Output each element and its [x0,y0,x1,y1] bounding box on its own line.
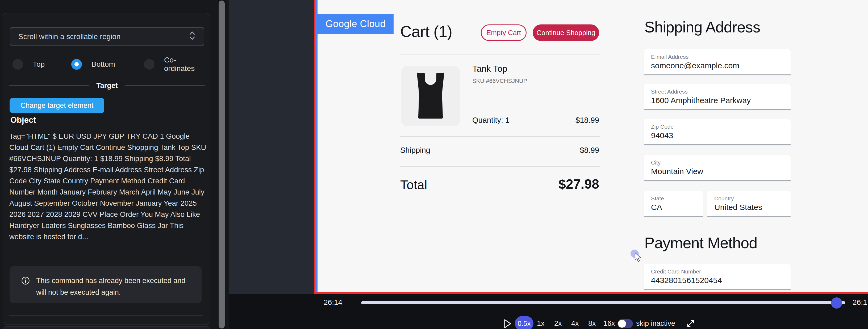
city-field[interactable]: City Mountain View [644,155,790,181]
city-field-value: Mountain View [651,167,703,176]
radio-top[interactable]: Top [12,54,45,75]
skip-inactive-label: skip inactive [636,320,675,328]
cart-title: Cart (1) [400,22,452,41]
viewport-gutter [229,0,314,294]
radio-top-label: Top [33,60,45,69]
city-field-label: City [651,160,660,166]
radio-circle-icon [144,59,155,70]
shipping-address-heading: Shipping Address [644,18,760,36]
app-window: Scroll within a scrollable region Top Bo… [0,0,868,329]
state-field-value: CA [651,203,662,212]
seek-thumb[interactable] [831,297,842,308]
speed-4x-button[interactable]: 4x [571,320,579,328]
object-heading: Object [10,116,36,125]
zip-code-field[interactable]: Zip Code 94043 [644,119,790,145]
target-section-label: Target [96,81,118,90]
email-field-label: E-mail Address [651,54,688,60]
product-sku: SKU #66VCHSJNUP [472,77,527,85]
zip-field-label: Zip Code [651,124,674,130]
credit-card-number-field[interactable]: Credit Card Number 4432801561520454 [644,264,790,290]
chevron-up-down-icon [189,30,196,43]
radio-bottom-label: Bottom [91,60,115,69]
street-address-field[interactable]: Street Address 1600 Amphitheatre Parkway [644,84,790,110]
fullscreen-icon[interactable] [686,318,696,328]
state-field-label: State [651,195,664,202]
radio-bottom[interactable]: Bottom [71,54,115,75]
seek-track[interactable] [361,301,845,304]
email-field[interactable]: E-mail Address someone@example.com [644,49,790,75]
shipping-row-label: Shipping [400,146,430,155]
command-detail-panel: Scroll within a scrollable region Top Bo… [3,13,210,325]
speed-8x-button[interactable]: 8x [588,320,596,328]
empty-cart-button[interactable]: Empty Cart [481,25,527,41]
info-icon [21,276,30,286]
country-field[interactable]: Country United States [707,191,790,217]
current-time: 26:14 [323,298,342,307]
command-sidebar: Scroll within a scrollable region Top Bo… [0,0,229,329]
skip-inactive-toggle[interactable] [618,319,633,328]
product-image [401,66,460,126]
cart-divider [400,166,600,167]
change-target-button[interactable]: Change target element [9,98,104,113]
site-logo[interactable]: Google Cloud [317,14,394,34]
shipping-row-price: $8.99 [546,146,599,155]
sidebar-scrollbar [218,0,225,329]
cart-divider [400,54,600,55]
radio-coordinates[interactable]: Co-ordinates [144,54,204,75]
end-time: 26:1 [852,298,868,307]
speed-16x-button[interactable]: 16x [603,320,615,328]
cart-divider [400,136,600,137]
target-section-divider: Target [9,80,205,91]
mouse-cursor-icon [634,253,644,264]
street-field-value: 1600 Amphitheatre Parkway [651,96,751,105]
zip-field-value: 94043 [651,131,673,140]
product-name: Tank Top [472,64,507,74]
tank-top-image [411,71,451,121]
radio-circle-selected-icon [71,59,82,70]
scroll-target-highlight [315,0,317,292]
payment-method-heading: Payment Method [644,234,757,252]
email-field-value: someone@example.com [651,61,739,70]
scroll-position-radio-group: Top Bottom Co-ordinates [10,54,204,75]
toggle-knob [618,320,626,328]
command-type-value: Scroll within a scrollable region [18,32,121,41]
speed-0.5x-button[interactable]: 0.5x [515,316,533,329]
speed-2x-button[interactable]: 2x [554,320,562,328]
street-field-label: Street Address [651,89,688,95]
sidebar-scrollbar-thumb[interactable] [219,1,225,328]
already-executed-notice: This command has already been executed a… [9,266,202,303]
divider-line [125,85,205,86]
product-price: $18.99 [546,116,599,125]
divider-line [9,85,89,86]
next-command-panel [3,326,210,329]
sidebar-divider [9,316,203,316]
radio-circle-icon [12,59,23,70]
product-quantity: Quantity: 1 [472,116,509,125]
continue-shopping-button[interactable]: Continue Shopping [533,25,599,41]
speed-1x-button[interactable]: 1x [537,320,545,328]
credit-card-field-value: 4432801561520454 [651,276,722,285]
command-type-select[interactable]: Scroll within a scrollable region [10,27,204,46]
total-price: $27.98 [519,176,599,192]
object-target-text: Tag="HTML" $ EUR USD JPY GBP TRY CAD 1 G… [9,131,208,242]
play-button[interactable] [503,319,512,328]
total-label: Total [400,177,427,192]
notice-text: This command has already been executed a… [36,275,193,298]
country-field-label: Country [714,195,734,202]
country-field-value: United States [714,203,762,212]
credit-card-field-label: Credit Card Number [651,268,701,275]
state-field[interactable]: State CA [644,191,703,217]
radio-coordinates-label: Co-ordinates [164,56,204,73]
